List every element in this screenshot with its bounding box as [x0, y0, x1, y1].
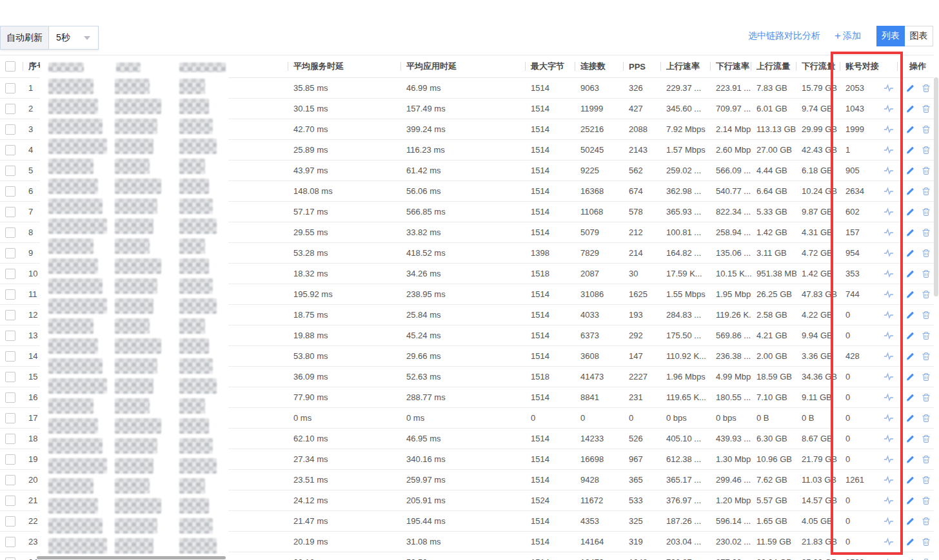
pulse-trend-icon[interactable] — [884, 104, 894, 113]
row-checkbox[interactable] — [5, 248, 15, 258]
delete-trash-icon[interactable] — [922, 496, 931, 505]
pulse-trend-icon[interactable] — [884, 228, 894, 237]
row-checkbox[interactable] — [5, 331, 15, 341]
pulse-trend-icon[interactable] — [884, 125, 894, 134]
delete-trash-icon[interactable] — [922, 414, 931, 423]
edit-pencil-icon[interactable] — [905, 372, 914, 381]
row-checkbox[interactable] — [5, 207, 15, 217]
delete-trash-icon[interactable] — [922, 146, 931, 155]
select-all-checkbox[interactable] — [5, 61, 15, 72]
row-checkbox[interactable] — [5, 83, 15, 93]
pulse-trend-icon[interactable] — [884, 517, 894, 526]
edit-pencil-icon[interactable] — [905, 517, 914, 526]
delete-trash-icon[interactable] — [922, 249, 931, 258]
edit-pencil-icon[interactable] — [905, 187, 914, 196]
row-checkbox[interactable] — [5, 434, 15, 444]
pulse-trend-icon[interactable] — [884, 393, 894, 402]
pulse-trend-icon[interactable] — [884, 290, 894, 299]
edit-pencil-icon[interactable] — [905, 290, 914, 299]
pulse-trend-icon[interactable] — [884, 269, 894, 278]
pulse-trend-icon[interactable] — [884, 496, 894, 505]
edit-pencil-icon[interactable] — [905, 208, 914, 217]
row-checkbox[interactable] — [5, 557, 15, 560]
edit-pencil-icon[interactable] — [905, 434, 914, 443]
row-checkbox[interactable] — [5, 413, 15, 423]
list-view-button[interactable]: 列表 — [876, 26, 905, 46]
delete-trash-icon[interactable] — [922, 104, 931, 113]
pulse-trend-icon[interactable] — [884, 372, 894, 381]
edit-pencil-icon[interactable] — [905, 476, 914, 485]
edit-pencil-icon[interactable] — [905, 537, 914, 546]
pulse-trend-icon[interactable] — [884, 208, 894, 217]
edit-pencil-icon[interactable] — [905, 125, 914, 134]
edit-pencil-icon[interactable] — [905, 269, 914, 278]
edit-pencil-icon[interactable] — [905, 104, 914, 113]
row-checkbox[interactable] — [5, 372, 15, 382]
row-checkbox[interactable] — [5, 166, 15, 176]
edit-pencil-icon[interactable] — [905, 414, 914, 423]
delete-trash-icon[interactable] — [922, 455, 931, 464]
edit-pencil-icon[interactable] — [905, 455, 914, 464]
edit-pencil-icon[interactable] — [905, 393, 914, 402]
edit-pencil-icon[interactable] — [905, 166, 914, 175]
delete-trash-icon[interactable] — [922, 537, 931, 546]
row-checkbox[interactable] — [5, 289, 15, 300]
delete-trash-icon[interactable] — [922, 434, 931, 443]
row-checkbox[interactable] — [5, 537, 15, 547]
row-checkbox[interactable] — [5, 269, 15, 279]
delete-trash-icon[interactable] — [922, 372, 931, 381]
delete-trash-icon[interactable] — [922, 84, 931, 93]
edit-pencil-icon[interactable] — [905, 249, 914, 258]
delete-trash-icon[interactable] — [922, 558, 931, 560]
delete-trash-icon[interactable] — [922, 228, 931, 237]
row-checkbox[interactable] — [5, 454, 15, 465]
delete-trash-icon[interactable] — [922, 269, 931, 278]
pulse-trend-icon[interactable] — [884, 166, 894, 175]
row-checkbox[interactable] — [5, 496, 15, 506]
pulse-trend-icon[interactable] — [884, 146, 894, 155]
delete-trash-icon[interactable] — [922, 476, 931, 485]
edit-pencil-icon[interactable] — [905, 228, 914, 237]
edit-pencil-icon[interactable] — [905, 331, 914, 340]
refresh-interval-select[interactable]: 5秒 — [49, 26, 98, 49]
edit-pencil-icon[interactable] — [905, 84, 914, 93]
delete-trash-icon[interactable] — [922, 331, 931, 340]
row-checkbox[interactable] — [5, 145, 15, 155]
pulse-trend-icon[interactable] — [884, 476, 894, 485]
edit-pencil-icon[interactable] — [905, 352, 914, 361]
delete-trash-icon[interactable] — [922, 311, 931, 320]
edit-pencil-icon[interactable] — [905, 311, 914, 320]
delete-trash-icon[interactable] — [922, 166, 931, 175]
row-checkbox[interactable] — [5, 392, 15, 403]
horizontal-scrollbar-thumb[interactable] — [37, 556, 226, 559]
delete-trash-icon[interactable] — [922, 517, 931, 526]
pulse-trend-icon[interactable] — [884, 414, 894, 423]
compare-selected-links-link[interactable]: 选中链路对比分析 — [748, 30, 820, 42]
delete-trash-icon[interactable] — [922, 290, 931, 299]
row-checkbox[interactable] — [5, 227, 15, 238]
row-checkbox[interactable] — [5, 124, 15, 135]
edit-pencil-icon[interactable] — [905, 146, 914, 155]
pulse-trend-icon[interactable] — [884, 84, 894, 93]
delete-trash-icon[interactable] — [922, 352, 931, 361]
edit-pencil-icon[interactable] — [905, 496, 914, 505]
row-checkbox[interactable] — [5, 310, 15, 320]
pulse-trend-icon[interactable] — [884, 311, 894, 320]
delete-trash-icon[interactable] — [922, 187, 931, 196]
pulse-trend-icon[interactable] — [884, 331, 894, 340]
chart-view-button[interactable]: 图表 — [905, 26, 933, 46]
edit-pencil-icon[interactable] — [905, 558, 914, 560]
pulse-trend-icon[interactable] — [884, 187, 894, 196]
pulse-trend-icon[interactable] — [884, 537, 894, 546]
delete-trash-icon[interactable] — [922, 393, 931, 402]
row-checkbox[interactable] — [5, 516, 15, 526]
pulse-trend-icon[interactable] — [884, 249, 894, 258]
pulse-trend-icon[interactable] — [884, 434, 894, 443]
row-checkbox[interactable] — [5, 104, 15, 114]
delete-trash-icon[interactable] — [922, 208, 931, 217]
vertical-scrollbar-thumb[interactable] — [934, 77, 938, 296]
pulse-trend-icon[interactable] — [884, 558, 894, 560]
row-checkbox[interactable] — [5, 186, 15, 197]
pulse-trend-icon[interactable] — [884, 352, 894, 361]
row-checkbox[interactable] — [5, 351, 15, 362]
